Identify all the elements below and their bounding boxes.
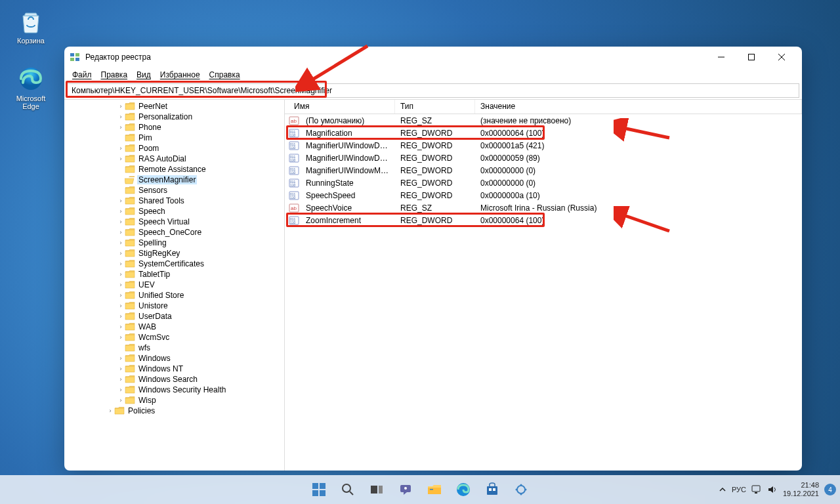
- tree-item[interactable]: ›WcmSvc: [64, 332, 284, 343]
- tray-clock[interactable]: 21:48 19.12.2021: [783, 481, 819, 498]
- start-button[interactable]: [306, 476, 332, 503]
- tray-chevron-up-icon[interactable]: [719, 486, 726, 494]
- tray-notifications[interactable]: 4: [824, 484, 836, 495]
- value-type: REG_DWORD: [395, 216, 475, 225]
- menu-help[interactable]: Справка: [205, 69, 244, 81]
- col-type[interactable]: Тип: [395, 100, 475, 114]
- list-body[interactable]: ab(По умолчанию)REG_SZ(значение не присв…: [285, 114, 802, 471]
- value-row[interactable]: 011110RunningStateREG_DWORD0x00000000 (0…: [285, 177, 802, 189]
- tray-network-icon[interactable]: [751, 485, 762, 494]
- value-row[interactable]: 011110MagnifierUIWindowDeltaYREG_DWORD0x…: [285, 152, 802, 164]
- explorer-button[interactable]: [421, 476, 448, 503]
- tree-item[interactable]: ›Phone: [64, 122, 284, 133]
- chat-button[interactable]: [392, 476, 419, 503]
- tree-expander[interactable]: ›: [117, 103, 125, 110]
- value-row[interactable]: 011110MagnifierUIWindowMini...REG_DWORD0…: [285, 164, 802, 177]
- tree-expander[interactable]: ›: [117, 219, 125, 225]
- tree-item[interactable]: ›RAS AutoDial: [64, 154, 284, 164]
- desktop-icon-recycle-bin[interactable]: Корзина: [8, 8, 54, 45]
- tree-item[interactable]: ›Poom: [64, 143, 284, 154]
- tree-expander[interactable]: ›: [117, 156, 125, 162]
- col-value[interactable]: Значение: [475, 100, 802, 114]
- tree-expander[interactable]: ›: [117, 124, 125, 131]
- minimize-button[interactable]: [706, 47, 736, 68]
- tree-expander[interactable]: ›: [117, 303, 125, 309]
- tree-item[interactable]: ›Windows Security Health: [64, 385, 284, 395]
- tree-expander[interactable]: ›: [117, 208, 125, 215]
- tree-expander[interactable]: ›: [117, 145, 125, 152]
- tree-expander[interactable]: ›: [117, 324, 125, 330]
- tree-item[interactable]: ›Speech: [64, 206, 284, 217]
- tree-item[interactable]: Pim: [64, 133, 284, 143]
- menu-edit[interactable]: Правка: [97, 69, 132, 81]
- titlebar[interactable]: Редактор реестра: [64, 47, 802, 68]
- tree-item[interactable]: ›Wisp: [64, 395, 284, 406]
- value-row[interactable]: abSpeechVoiceREG_SZMicrosoft Irina - Rus…: [285, 201, 802, 214]
- tree-item[interactable]: ›Speech Virtual: [64, 217, 284, 227]
- tree-expander[interactable]: ›: [117, 114, 125, 120]
- tree-expander[interactable]: ›: [117, 355, 125, 362]
- value-row[interactable]: 011110MagnifierUIWindowDeltaXREG_DWORD0x…: [285, 139, 802, 152]
- value-row[interactable]: 011110SpeechSpeedREG_DWORD0x0000000a (10…: [285, 189, 802, 201]
- tree-item[interactable]: wfs: [64, 343, 284, 353]
- tree-view[interactable]: ›PeerNet›Personalization›PhonePim›Poom›R…: [64, 100, 285, 471]
- tree-expander[interactable]: ›: [117, 240, 125, 246]
- edge-taskbar-button[interactable]: [450, 476, 476, 503]
- tree-item[interactable]: ›Unified Store: [64, 290, 284, 301]
- tree-item[interactable]: ›SystemCertificates: [64, 259, 284, 269]
- tree-expander[interactable]: ›: [117, 282, 125, 288]
- tray-language[interactable]: РУС: [732, 486, 746, 494]
- taskview-button[interactable]: [364, 476, 390, 503]
- tree-item[interactable]: ›PeerNet: [64, 101, 284, 112]
- tree-expander[interactable]: ›: [117, 334, 125, 341]
- tree-item[interactable]: ›UserData: [64, 311, 284, 322]
- tree-item[interactable]: ›Speech_OneCore: [64, 227, 284, 238]
- tree-expander[interactable]: ›: [117, 292, 125, 299]
- tree-expander[interactable]: ›: [117, 313, 125, 320]
- tree-item[interactable]: ›StigRegKey: [64, 248, 284, 259]
- tree-expander[interactable]: ›: [117, 387, 125, 393]
- tree-item[interactable]: ScreenMagnifier: [64, 175, 284, 185]
- search-button[interactable]: [335, 476, 361, 503]
- value-row[interactable]: 011110ZoomIncrementREG_DWORD0x00000064 (…: [285, 214, 802, 226]
- tree-expander[interactable]: ›: [117, 397, 125, 404]
- address-bar[interactable]: Компьютер\HKEY_CURRENT_USER\Software\Mic…: [67, 83, 799, 98]
- tree-expander[interactable]: ›: [117, 261, 125, 267]
- tree-item[interactable]: ›Unistore: [64, 301, 284, 311]
- tray-volume-icon[interactable]: [767, 485, 778, 494]
- desktop-icon-edge[interactable]: Microsoft Edge: [8, 66, 54, 110]
- value-data: 0x00000000 (0): [475, 178, 802, 188]
- tree-expander[interactable]: ›: [117, 376, 125, 383]
- tree-item[interactable]: ›TabletTip: [64, 269, 284, 280]
- dword-value-icon: 011110: [289, 178, 299, 188]
- value-row[interactable]: ab(По умолчанию)REG_SZ(значение не присв…: [285, 114, 802, 127]
- tree-item[interactable]: ›Policies: [64, 406, 284, 416]
- maximize-button[interactable]: [736, 47, 766, 68]
- app-button[interactable]: [508, 476, 534, 503]
- close-button[interactable]: [766, 47, 797, 68]
- tree-item[interactable]: ›WAB: [64, 322, 284, 332]
- tree-item[interactable]: ›Shared Tools: [64, 196, 284, 206]
- tree-item[interactable]: ›Spelling: [64, 238, 284, 248]
- tree-item[interactable]: ›Personalization: [64, 112, 284, 122]
- value-name: (По умолчанию): [301, 116, 395, 125]
- tree-item[interactable]: Remote Assistance: [64, 164, 284, 175]
- tree-expander[interactable]: ›: [117, 271, 125, 278]
- tree-item[interactable]: ›UEV: [64, 280, 284, 290]
- menu-favorites[interactable]: Избранное: [156, 69, 204, 81]
- tree-expander[interactable]: ›: [117, 250, 125, 257]
- tree-item[interactable]: ›Windows NT: [64, 364, 284, 374]
- col-name[interactable]: Имя: [285, 100, 395, 114]
- menu-view[interactable]: Вид: [133, 69, 155, 81]
- tree-item[interactable]: ›Windows Search: [64, 374, 284, 385]
- tree-expander[interactable]: ›: [106, 408, 114, 414]
- store-button[interactable]: [479, 476, 505, 503]
- tree-expander[interactable]: ›: [117, 229, 125, 236]
- tree-expander[interactable]: ›: [117, 198, 125, 204]
- tree-expander[interactable]: ›: [117, 366, 125, 372]
- tree-item[interactable]: Sensors: [64, 185, 284, 196]
- tree-item[interactable]: ›Windows: [64, 353, 284, 364]
- tree-item-label: Unified Store: [137, 291, 185, 300]
- value-row[interactable]: 011110MagnificationREG_DWORD0x00000064 (…: [285, 127, 802, 139]
- menu-file[interactable]: Файл: [68, 69, 96, 81]
